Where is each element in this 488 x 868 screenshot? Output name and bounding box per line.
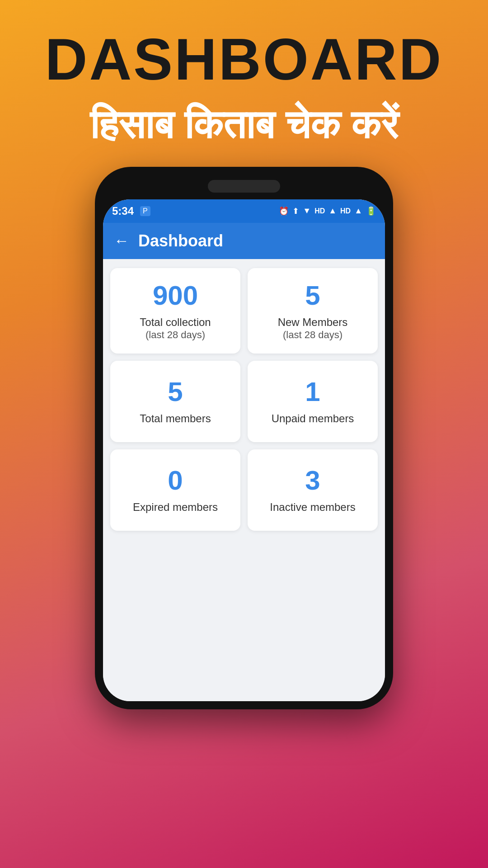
stat-sublabel-new-members: (last 28 days)	[283, 329, 343, 341]
stat-label-total-members: Total members	[140, 411, 211, 425]
stat-label-total-collection: Total collection	[140, 315, 211, 329]
wifi-icon: ▼	[303, 206, 311, 216]
phone-notch	[208, 180, 280, 193]
app-bar: ← Dashboard	[103, 223, 385, 259]
app-bar-title: Dashboard	[138, 231, 223, 250]
stat-value-inactive-members: 3	[305, 466, 320, 495]
stat-value-new-members: 5	[305, 281, 320, 311]
phone-mockup: 5:34 P ⏰ ⬆ ▼ HD ▲ HD ▲ 🔋 ← Dashboard 90	[95, 167, 393, 709]
hd-badge-2: HD	[340, 207, 351, 215]
promo-title: DASHBOARD	[36, 27, 452, 92]
signal-icon-2: ▲	[354, 206, 362, 216]
battery-icon: 🔋	[366, 206, 376, 216]
sync-icon: ⬆	[292, 206, 299, 216]
status-time: 5:34	[112, 205, 134, 217]
stat-label-inactive-members: Inactive members	[270, 500, 355, 514]
stat-label-new-members: New Members	[278, 315, 348, 329]
promo-subtitle: हिसाब किताब चेक करें	[36, 101, 452, 149]
phone-notch-bar	[103, 175, 385, 198]
stat-card-total-collection[interactable]: 900 Total collection (last 28 days)	[110, 268, 240, 354]
back-button[interactable]: ←	[114, 232, 129, 250]
phone-screen: 5:34 P ⏰ ⬆ ▼ HD ▲ HD ▲ 🔋 ← Dashboard 90	[103, 199, 385, 701]
status-p-icon: P	[140, 206, 150, 216]
hd-badge-1: HD	[314, 207, 325, 215]
stat-card-expired-members[interactable]: 0 Expired members	[110, 449, 240, 531]
stat-card-new-members[interactable]: 5 New Members (last 28 days)	[248, 268, 378, 354]
status-bar: 5:34 P ⏰ ⬆ ▼ HD ▲ HD ▲ 🔋	[103, 199, 385, 223]
signal-icon: ▲	[328, 206, 337, 216]
promo-header: DASHBOARD हिसाब किताब चेक करें	[0, 0, 488, 167]
stat-value-unpaid-members: 1	[305, 377, 320, 407]
dashboard-content: 900 Total collection (last 28 days) 5 Ne…	[103, 259, 385, 701]
stat-value-expired-members: 0	[168, 466, 183, 495]
stat-sublabel-total-collection: (last 28 days)	[145, 329, 205, 341]
stat-label-unpaid-members: Unpaid members	[272, 411, 354, 425]
status-icons: ⏰ ⬆ ▼ HD ▲ HD ▲ 🔋	[279, 206, 376, 216]
stat-value-total-collection: 900	[153, 281, 198, 311]
stat-card-unpaid-members[interactable]: 1 Unpaid members	[248, 361, 378, 442]
stat-card-total-members[interactable]: 5 Total members	[110, 361, 240, 442]
alarm-icon: ⏰	[279, 206, 289, 216]
stat-value-total-members: 5	[168, 377, 183, 407]
stat-label-expired-members: Expired members	[133, 500, 218, 514]
stat-card-inactive-members[interactable]: 3 Inactive members	[248, 449, 378, 531]
